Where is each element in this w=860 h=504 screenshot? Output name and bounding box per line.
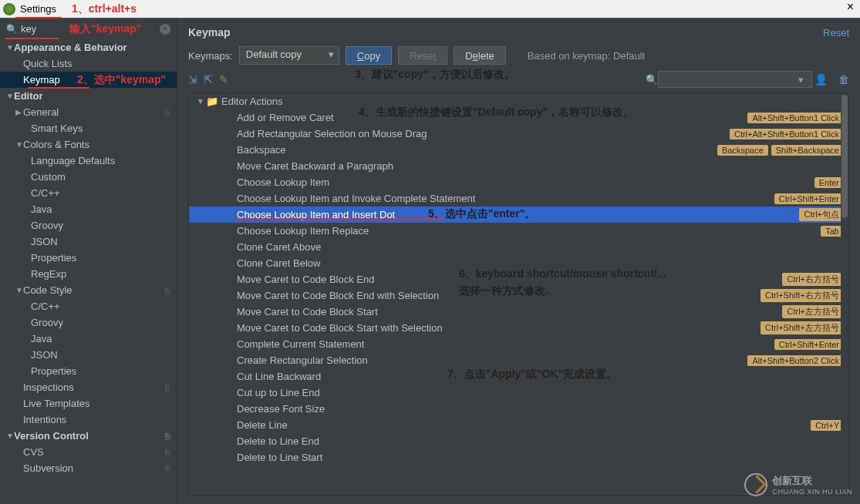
annotation-2: 输入"keymap" <box>69 22 141 36</box>
shortcuts: Alt+Shift+Button2 Click <box>747 355 844 366</box>
tree-item-c-c-[interactable]: C/C++ <box>0 298 177 314</box>
shortcut-badge: Shift+Backspace <box>771 145 844 156</box>
tree-item-code-style[interactable]: ▼Code Style⎘ <box>0 282 177 298</box>
tree-item-intentions[interactable]: Intentions <box>0 412 177 428</box>
reset-button[interactable]: Reset <box>398 46 447 65</box>
action-label: Choose Lookup Item and Invoke Complete S… <box>237 193 848 204</box>
keymap-select[interactable]: Default copy <box>239 46 339 65</box>
action-label: Cut up to Line End <box>237 387 848 398</box>
tree-item-subversion[interactable]: Subversion⎘ <box>0 460 177 476</box>
tree-item-editor[interactable]: ▼Editor <box>0 88 177 104</box>
shortcut-badge: Alt+Shift+Button1 Click <box>747 113 844 123</box>
arrow-icon: ▼ <box>15 140 23 149</box>
arrow-icon: ▶ <box>15 108 23 116</box>
copy-button[interactable]: Copy <box>346 46 392 65</box>
action-row[interactable]: Complete Current StatementCtrl+Shift+Ent… <box>189 336 848 352</box>
tree-item-c-c-[interactable]: C/C++ <box>0 185 177 201</box>
tree-item-groovy[interactable]: Groovy <box>0 217 177 234</box>
action-row[interactable]: Choose Lookup Item ReplaceTab <box>189 223 848 239</box>
shortcut-badge: Ctrl+左方括号 <box>782 305 844 318</box>
shortcut-badge: Ctrl+Shift+右方括号 <box>761 289 844 302</box>
arrow-icon: ▼ <box>15 286 23 294</box>
shortcut-badge: Ctrl+右方括号 <box>782 273 844 286</box>
tree-item-live-templates[interactable]: Live Templates <box>0 395 177 412</box>
annotation-7: 7、点击"Apply"或"OK"完成设置。 <box>447 368 617 381</box>
config-icon: ⎘ <box>165 448 170 457</box>
tree-item-properties[interactable]: Properties <box>0 250 177 266</box>
annotation-1: 1、ctrl+alt+s <box>72 2 137 16</box>
search-input[interactable] <box>21 23 59 35</box>
tree-item-cvs[interactable]: CVS⎘ <box>0 444 177 460</box>
window-title: Settings <box>20 3 56 15</box>
find-action-icon[interactable]: 👤 <box>814 73 828 86</box>
delete-button[interactable]: Delete <box>454 46 506 65</box>
action-row[interactable]: Delete to Line End <box>189 433 848 449</box>
edit-icon[interactable]: ✎ <box>219 73 228 86</box>
action-row[interactable]: Add Rectangular Selection on Mouse DragC… <box>189 126 848 142</box>
trash-icon[interactable]: 🗑 <box>838 73 849 86</box>
action-row[interactable]: Delete to Line Start <box>189 449 848 465</box>
action-row[interactable]: Cut up to Line End <box>189 385 848 401</box>
action-row[interactable]: Delete LineCtrl+Y <box>189 417 848 433</box>
action-row[interactable]: Move Caret Backward a Paragraph <box>189 158 848 174</box>
action-label: Decrease Font Size <box>237 403 848 415</box>
action-row[interactable]: Choose Lookup ItemEnter <box>189 174 848 190</box>
arrow-icon: ▼ <box>6 432 14 440</box>
action-label: Move Caret Backward a Paragraph <box>237 160 848 172</box>
annotation-6b: 选择一种方式修改. <box>459 284 548 298</box>
action-row[interactable]: Clone Caret Above <box>189 239 848 255</box>
action-tree-panel: ▼📁Editor ActionsAdd or Remove CaretAlt+S… <box>188 92 849 496</box>
shortcut-badge: Alt+Shift+Button2 Click <box>747 355 844 366</box>
chevron-down-icon[interactable]: ▾ <box>798 74 804 86</box>
tree-item-keymap[interactable]: Keymap2、选中"keymap" <box>0 72 177 88</box>
tree-item-appearance-behavior[interactable]: ▼Appearance & Behavior <box>0 39 177 55</box>
shortcuts: Enter <box>814 177 844 188</box>
watermark-icon <box>744 473 767 496</box>
tree-item-java[interactable]: Java <box>0 201 177 217</box>
tree-item-general[interactable]: ▶General⎘ <box>0 104 177 120</box>
shortcut-badge: Ctrl+Y <box>811 420 844 431</box>
reset-link[interactable]: Reset <box>823 27 849 39</box>
tree-item-quick-lists[interactable]: Quick Lists <box>0 55 177 72</box>
tree-item-groovy[interactable]: Groovy <box>0 314 177 331</box>
tree-item-inspections[interactable]: Inspections⎘ <box>0 379 177 395</box>
action-label: Choose Lookup Item <box>237 176 848 188</box>
shortcuts: BackspaceShift+Backspace <box>717 145 844 156</box>
action-label: Move Caret to Code Block Start with Sele… <box>237 322 848 334</box>
scrollbar[interactable] <box>841 93 848 496</box>
tree-item-custom[interactable]: Custom <box>0 169 177 185</box>
action-label: Move Caret to Code Block Start <box>237 306 848 318</box>
tree-item-java[interactable]: Java <box>0 331 177 347</box>
arrow-icon: ▼ <box>6 92 14 100</box>
shortcuts: Alt+Shift+Button1 Click <box>747 113 844 123</box>
tree-item-regexp[interactable]: RegExp <box>0 266 177 282</box>
config-icon: ⎘ <box>165 432 170 441</box>
clear-icon[interactable]: × <box>160 24 170 35</box>
tree-item-properties[interactable]: Properties <box>0 363 177 379</box>
tree-item-smart-keys[interactable]: Smart Keys <box>0 120 177 136</box>
app-logo-icon <box>3 3 15 15</box>
tree-item-colors-fonts[interactable]: ▼Colors & Fonts <box>0 136 177 153</box>
config-icon: ⎘ <box>165 286 170 295</box>
action-row[interactable]: Move Caret to Code Block StartCtrl+左方括号 <box>189 304 848 320</box>
action-row[interactable]: Decrease Font Size <box>189 401 848 417</box>
action-search-input[interactable] <box>658 71 812 88</box>
action-row[interactable]: Choose Lookup Item and Invoke Complete S… <box>189 190 848 207</box>
annotation-6a: 6、keyboard shortcut/mouse shortcut/... <box>459 267 666 281</box>
action-row[interactable]: Move Caret to Code Block Start with Sele… <box>189 320 848 336</box>
search-icon: 🔍 <box>6 24 18 35</box>
action-label: Choose Lookup Item Replace <box>237 225 848 237</box>
action-row[interactable]: Create Rectangular SelectionAlt+Shift+Bu… <box>189 352 848 368</box>
close-icon[interactable]: × <box>847 0 854 14</box>
expand-icon[interactable]: ⇲ <box>188 73 197 86</box>
titlebar: Settings 1、ctrl+alt+s × <box>0 0 860 18</box>
tree-item-language-defaults[interactable]: Language Defaults <box>0 153 177 169</box>
collapse-icon[interactable]: ⇱ <box>204 73 213 86</box>
action-label: Delete to Line Start <box>237 452 848 463</box>
shortcut-badge: Ctrl+Alt+Shift+Button1 Click <box>730 129 844 139</box>
tree-item-version-control[interactable]: ▼Version Control⎘ <box>0 428 177 444</box>
sidebar: 🔍 输入"keymap" × ▼Appearance & BehaviorQui… <box>0 18 177 504</box>
action-row[interactable]: BackspaceBackspaceShift+Backspace <box>189 142 848 158</box>
tree-item-json[interactable]: JSON <box>0 347 177 363</box>
tree-item-json[interactable]: JSON <box>0 234 177 250</box>
